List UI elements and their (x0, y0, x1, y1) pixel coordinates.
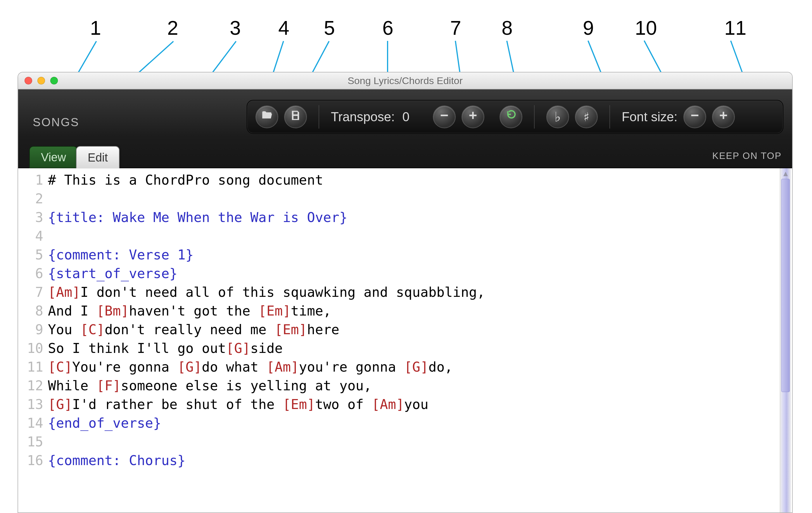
vertical-scrollbar[interactable]: ▲ (780, 168, 791, 512)
minus-icon (689, 109, 701, 124)
svg-rect-5 (720, 115, 727, 116)
close-button[interactable] (25, 77, 32, 84)
plus-icon (467, 109, 479, 124)
prefer-flat-button[interactable]: ♭ (546, 105, 569, 128)
callout-6: 6 (382, 17, 394, 39)
tabs: View Edit (29, 146, 118, 168)
prefer-sharp-button[interactable]: ♯ (575, 105, 598, 128)
floppy-icon (289, 109, 302, 124)
transpose-down-button[interactable] (433, 105, 456, 128)
transpose-reset-button[interactable] (499, 105, 522, 128)
minus-icon (438, 109, 451, 124)
save-button[interactable] (284, 105, 307, 128)
open-button[interactable] (256, 105, 278, 128)
window-title: Song Lyrics/Chords Editor (348, 75, 463, 87)
line-number-gutter: 12345678910111213141516 (18, 168, 46, 512)
callout-2: 2 (167, 17, 178, 39)
titlebar[interactable]: Song Lyrics/Chords Editor (18, 72, 792, 89)
flat-icon: ♭ (554, 109, 561, 125)
songs-label[interactable]: SONGS (33, 116, 79, 129)
callout-8: 8 (501, 17, 513, 39)
scroll-up-arrow-icon[interactable]: ▲ (780, 168, 791, 179)
app-window: Song Lyrics/Chords Editor SONGS Transpos… (18, 72, 793, 513)
code-area[interactable]: # This is a ChordPro song document {titl… (46, 168, 792, 512)
folder-open-icon (261, 109, 273, 124)
code-editor[interactable]: 12345678910111213141516 # This is a Chor… (18, 168, 792, 512)
sharp-icon: ♯ (583, 110, 589, 124)
callout-11: 11 (724, 17, 747, 39)
separator (534, 105, 534, 128)
transpose-up-button[interactable] (462, 105, 484, 128)
transpose-value: 0 (402, 110, 409, 124)
callout-3: 3 (230, 17, 241, 39)
callout-7: 7 (450, 17, 461, 39)
callout-1: 1 (90, 17, 101, 39)
svg-rect-3 (691, 115, 698, 116)
transpose-label: Transpose: (331, 110, 395, 124)
tab-edit[interactable]: Edit (76, 146, 120, 168)
keep-on-top-toggle[interactable]: KEEP ON TOP (712, 150, 782, 161)
svg-rect-0 (441, 115, 448, 116)
plus-icon (717, 109, 730, 124)
svg-rect-2 (469, 115, 477, 116)
window-controls (25, 77, 58, 84)
font-size-down-button[interactable] (684, 105, 706, 128)
callout-4: 4 (278, 17, 289, 39)
tool-panel: Transpose: 0 ♭ (247, 100, 783, 134)
zoom-button[interactable] (50, 77, 58, 84)
reset-icon (505, 109, 517, 124)
callout-5: 5 (324, 17, 335, 39)
font-size-label: Font size: (622, 110, 677, 124)
tab-view[interactable]: View (29, 146, 78, 168)
scroll-thumb[interactable] (781, 179, 790, 392)
separator (609, 105, 610, 128)
minimize-button[interactable] (37, 77, 45, 84)
callout-10: 10 (635, 17, 657, 39)
callout-9: 9 (583, 17, 594, 39)
font-size-up-button[interactable] (712, 105, 735, 128)
toolbar: SONGS Transpose: 0 (18, 89, 792, 168)
separator (319, 105, 319, 128)
